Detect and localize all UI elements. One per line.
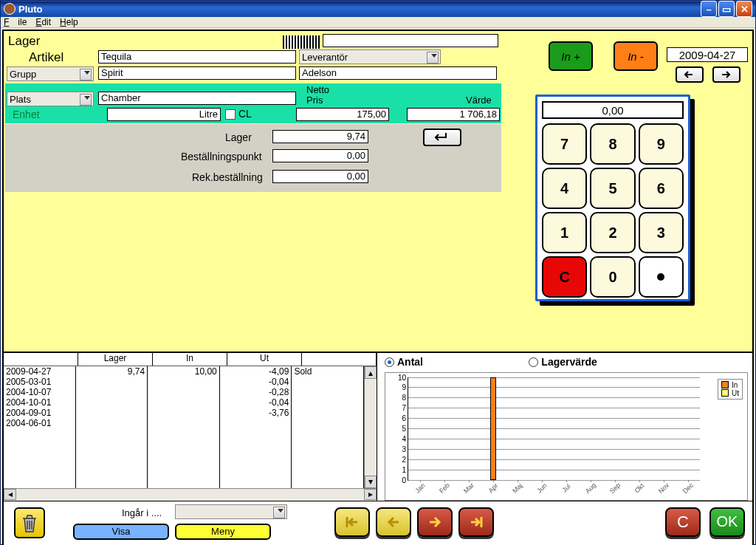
lager-field[interactable]: 9,74 [272,130,368,143]
table-cell: -0,04 [222,397,289,408]
keypad-8-button[interactable]: 8 [590,123,635,165]
keypad-0-button[interactable]: 0 [590,256,635,298]
cl-checkbox[interactable] [225,109,236,120]
date-next-button[interactable] [712,66,740,83]
plats-combo[interactable]: Plats [7,92,94,106]
radio-dot-icon [385,357,394,367]
keypad-6-button[interactable]: 6 [639,168,684,209]
table-hscroll[interactable]: ◂ ▸ [4,488,377,501]
th-lager: Lager [78,353,153,366]
th-note [302,353,377,366]
legend-item: In [721,381,739,389]
table-header: Lager In Ut [4,353,377,366]
table-cell: 2004-10-07 [6,387,73,397]
nav-last-button[interactable] [458,507,494,537]
keypad-1-button[interactable]: 1 [542,212,587,253]
enter-button[interactable] [423,128,461,146]
artikel-label: Artikel [29,50,63,65]
bestpunkt-label: Beställningspunkt [181,151,262,162]
maximize-button[interactable]: ▭ [718,1,735,17]
table-cell: 2005-03-01 [6,377,73,387]
keypad-2-button[interactable]: 2 [590,212,635,253]
leverantor-combo[interactable]: Leverantör [299,49,441,64]
menubar: File Edit Help [1,17,755,28]
close-button[interactable]: ✕ [736,1,752,17]
table-body[interactable]: 2009-04-272005-03-012004-10-072004-10-01… [4,366,364,488]
th-date [4,353,78,366]
ingar-combo[interactable] [175,504,287,519]
rekbest-field[interactable]: 0,00 [272,170,368,183]
table-cell: -3,76 [222,408,289,418]
next-icon [425,515,444,529]
delete-button[interactable] [14,507,45,538]
radio-lagervarde[interactable]: Lagervärde [529,356,597,368]
keypad-9-button[interactable]: 9 [639,123,684,165]
table-cell: -4,09 [222,366,289,377]
bestpunkt-field[interactable]: 0,00 [272,149,368,162]
ok-button[interactable]: OK [709,507,745,537]
arrow-right-icon [719,70,734,79]
menu-help[interactable]: Help [60,17,78,27]
nav-first-button[interactable] [334,507,370,537]
keypad-5-button[interactable]: 5 [590,168,635,209]
pris-label: Pris [306,95,323,106]
footer: Ingår i .... Visa Meny C OK [4,501,752,545]
varde-field: 1 706,18 [407,108,500,121]
enter-arrow-icon [431,131,453,143]
plats-combo-text: Plats [10,94,31,105]
cl-label: CL [238,108,252,120]
in-plus-button[interactable]: In + [549,41,593,71]
nav-next-button[interactable] [417,507,453,537]
scroll-up-icon[interactable]: ▴ [365,366,377,379]
radio-dot-icon [529,357,538,367]
netto-label: Netto [306,84,329,95]
grupp-combo-text: Grupp [10,69,36,80]
nav-prev-button[interactable] [376,507,411,537]
page-title: Lager [8,34,40,49]
keypad: 0,00 789456123C0 [535,95,690,301]
arrow-left-icon [682,70,697,79]
date-prev-button[interactable] [676,66,704,83]
meny-button[interactable]: Meny [175,524,271,540]
keypad-4-button[interactable]: 4 [542,168,587,209]
trash-icon [21,513,38,533]
visa-button[interactable]: Visa [73,524,169,540]
top-panel: Lager Artikel Tequila Leverantör Grupp S… [4,31,752,352]
scroll-left-icon[interactable]: ◂ [4,489,16,500]
ingar-label: Ingår i .... [122,507,162,518]
plats-field[interactable]: Chamber [98,92,296,105]
varde-label: Värde [466,95,492,106]
keypad-dot-button[interactable] [639,256,684,298]
keypad-c-button[interactable]: C [542,256,587,298]
artikel-field[interactable]: Tequila [98,50,296,64]
cancel-button[interactable]: C [665,507,701,537]
menu-file[interactable]: File [4,17,27,27]
table-cell: -0,28 [222,387,289,397]
chart: 012345678910JanFebMarAprMajJunJulAugSepO… [385,372,748,501]
table-vscroll[interactable]: ▴ ▾ [364,366,377,488]
first-icon [343,515,362,529]
grupp-field[interactable]: Spirit [98,66,296,80]
table-cell: 2004-06-01 [6,418,73,428]
last-icon [467,515,486,529]
minimize-button[interactable]: – [701,1,717,17]
grupp-combo[interactable]: Grupp [7,66,94,81]
radio-antal[interactable]: Antal [385,356,423,368]
barcode-input[interactable] [323,34,498,47]
leverantor-field[interactable]: Adelson [299,66,497,80]
table-cell: 2009-04-27 [6,366,73,377]
scroll-down-icon[interactable]: ▾ [365,476,377,488]
titlebar: Pluto – ▭ ✕ [1,1,755,17]
barcode-icon [283,35,320,49]
keypad-7-button[interactable]: 7 [542,123,587,165]
legend-item: Ut [721,389,739,397]
scroll-right-icon[interactable]: ▸ [364,489,377,500]
lower-panel: Lager In Ut 2009-04-272005-03-012004-10-… [4,352,752,501]
history-table: Lager In Ut 2009-04-272005-03-012004-10-… [4,353,377,501]
pris-field[interactable]: 175,00 [296,108,389,121]
keypad-3-button[interactable]: 3 [639,212,684,253]
enhet-field[interactable]: Litre [107,108,221,121]
menu-edit[interactable]: Edit [35,17,51,27]
in-minus-button[interactable]: In - [614,41,658,71]
date-display: 2009-04-27 [667,47,748,62]
